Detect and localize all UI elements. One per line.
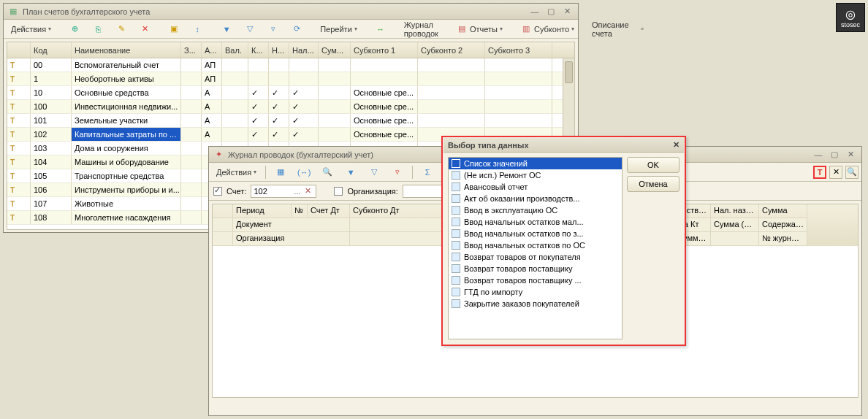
minimize-button[interactable]: — bbox=[528, 6, 541, 18]
ok-button[interactable]: OK bbox=[627, 157, 679, 173]
coa-column-header[interactable]: Вал. bbox=[222, 42, 248, 58]
journal-button[interactable]: Журнал проводок bbox=[400, 22, 443, 36]
coa-row[interactable]: T1Необоротные активыАП bbox=[7, 72, 574, 86]
coa-titlebar: ▦ План счетов бухгалтерского учета — ▢ ✕ bbox=[4, 4, 578, 20]
org-label: Организация: bbox=[347, 187, 397, 196]
list-item-icon bbox=[452, 218, 460, 226]
filter2-button[interactable]: ▽ bbox=[240, 22, 260, 36]
journal-column-header[interactable] bbox=[213, 204, 233, 218]
coa-column-header[interactable]: Код bbox=[31, 42, 72, 58]
org-checkbox[interactable] bbox=[334, 187, 343, 196]
coa-row[interactable]: T101Земельные участкиА✓✓✓Основные сре... bbox=[7, 114, 574, 128]
type-list-item[interactable]: Акт об оказании производств... bbox=[449, 193, 622, 204]
close-button[interactable]: ✕ bbox=[560, 6, 574, 18]
description-button[interactable]: Описание счета bbox=[587, 22, 633, 36]
search-button[interactable]: 🔍 bbox=[845, 166, 859, 179]
type-list-item[interactable]: Возврат товаров от покупателя bbox=[449, 251, 622, 263]
journal-column-header[interactable]: Документ bbox=[233, 218, 350, 232]
coa-column-header[interactable]: Субконто 1 bbox=[351, 42, 418, 58]
coa-column-header[interactable]: Субконто 3 bbox=[485, 42, 552, 58]
type-list-item[interactable]: Список значений bbox=[449, 158, 622, 169]
journal-column-header[interactable] bbox=[711, 232, 759, 246]
account-clear-button[interactable]: ✕ bbox=[302, 186, 313, 196]
toolbar-overflow[interactable]: » bbox=[636, 22, 648, 36]
add-copy-button[interactable]: ⎘ bbox=[88, 22, 108, 36]
type-filter-button[interactable]: T bbox=[813, 166, 826, 179]
journal-column-header[interactable]: Счет Дт bbox=[308, 204, 350, 218]
nav-back-button[interactable]: ↔ bbox=[370, 22, 391, 36]
account-label: Счет: bbox=[226, 187, 246, 196]
subkonto-menu[interactable]: ▥Субконто▾ bbox=[516, 22, 579, 36]
clear-filter-button[interactable]: ✕ bbox=[829, 166, 842, 179]
maximize-button[interactable]: ▢ bbox=[544, 6, 557, 18]
journal-column-header[interactable] bbox=[213, 218, 233, 232]
j-filter-button[interactable]: ▼ bbox=[340, 165, 361, 180]
type-list-item[interactable]: Ввод начальных остатков по ОС bbox=[449, 239, 622, 251]
coa-column-header[interactable]: К... bbox=[248, 42, 269, 58]
filter-button[interactable]: ▼ bbox=[216, 22, 237, 36]
goto-menu[interactable]: Перейти▾ bbox=[316, 22, 362, 36]
type-list-item[interactable]: Закрытие заказов покупателей bbox=[449, 298, 622, 310]
j-sum-button[interactable]: Σ bbox=[417, 165, 438, 180]
hierarchy-button[interactable]: ▣ bbox=[164, 22, 184, 36]
dialog-title: Выбор типа данных bbox=[448, 141, 529, 150]
journal-window-icon: ✦ bbox=[213, 150, 224, 160]
list-item-label: Ввод в эксплуатацию ОС bbox=[464, 206, 557, 215]
cancel-button[interactable]: Отмена bbox=[627, 176, 679, 192]
j-filter2-button[interactable]: ▽ bbox=[364, 165, 384, 180]
delete-button[interactable]: ✕ bbox=[134, 22, 155, 36]
j-find-button[interactable]: 🔍 bbox=[317, 165, 338, 180]
account-input[interactable]: 102 ... ✕ bbox=[251, 185, 316, 198]
coa-row[interactable]: T10Основные средстваА✓✓✓Основные сре... bbox=[7, 86, 574, 100]
journal-column-header[interactable] bbox=[213, 232, 233, 246]
filter-off-button[interactable]: ▿ bbox=[263, 22, 283, 36]
j-interval-button[interactable]: (↔) bbox=[294, 165, 314, 180]
type-list-item[interactable]: (Не исп.) Ремонт ОС bbox=[449, 169, 622, 181]
type-list-item[interactable]: ГТД по импорту bbox=[449, 286, 622, 298]
reports-menu[interactable]: ▤Отчеты▾ bbox=[452, 22, 507, 36]
dialog-close-button[interactable]: ✕ bbox=[673, 140, 679, 150]
edit-button[interactable]: ✎ bbox=[111, 22, 132, 36]
coa-column-header[interactable]: Субконто 2 bbox=[418, 42, 485, 58]
journal-column-header[interactable]: № bbox=[292, 204, 308, 218]
type-list-item[interactable]: Ввод начальных остатков по з... bbox=[449, 228, 622, 239]
actions-menu[interactable]: Действия▾ bbox=[7, 22, 56, 36]
type-list-item[interactable]: Возврат товаров поставщику bbox=[449, 263, 622, 274]
journal-column-header[interactable]: Сумма (н/у) Кт bbox=[711, 218, 759, 232]
coa-column-header[interactable]: Нал... bbox=[289, 42, 319, 58]
type-list-item[interactable]: Ввод начальных остатков мал... bbox=[449, 216, 622, 228]
coa-column-header[interactable]: Наименование bbox=[72, 42, 181, 58]
journal-column-header[interactable]: Период bbox=[233, 204, 292, 218]
move-button[interactable]: ↕ bbox=[187, 22, 208, 36]
coa-column-header[interactable]: Сум... bbox=[319, 42, 351, 58]
add-button[interactable]: ⊕ bbox=[64, 22, 85, 36]
journal-column-header[interactable]: Содержание bbox=[759, 218, 807, 232]
coa-row[interactable]: T00Вспомогательный счетАП bbox=[7, 58, 574, 72]
account-select-button[interactable]: ... bbox=[292, 187, 302, 196]
type-list-item[interactable]: Возврат товаров поставщику ... bbox=[449, 274, 622, 286]
refresh-button[interactable]: ⟳ bbox=[286, 22, 307, 36]
j-filter-off-button[interactable]: ▿ bbox=[387, 165, 408, 180]
coa-grid-header: КодНаименованиеЗ...А...Вал.К...Н...Нал..… bbox=[7, 42, 574, 58]
journal-close-button[interactable]: ✕ bbox=[844, 149, 857, 161]
journal-actions-menu[interactable]: Действия▾ bbox=[212, 165, 261, 180]
type-list-item[interactable]: Ввод в эксплуатацию ОС bbox=[449, 204, 622, 216]
journal-column-header[interactable]: № журнала bbox=[759, 232, 807, 246]
list-item-label: Список значений bbox=[464, 159, 528, 168]
coa-column-header[interactable]: Н... bbox=[269, 42, 289, 58]
type-listbox[interactable]: Список значений(Не исп.) Ремонт ОСАвансо… bbox=[448, 157, 623, 339]
coa-column-header[interactable]: А... bbox=[202, 42, 222, 58]
coa-column-header[interactable] bbox=[7, 42, 31, 58]
journal-column-header[interactable]: Сумма bbox=[759, 204, 807, 218]
list-item-icon bbox=[452, 253, 460, 261]
coa-column-header[interactable]: З... bbox=[181, 42, 202, 58]
journal-maximize-button[interactable]: ▢ bbox=[828, 149, 841, 161]
journal-column-header[interactable]: Организация bbox=[233, 232, 350, 246]
journal-column-header[interactable]: Нал. назн... bbox=[711, 204, 759, 218]
coa-row[interactable]: T100Инвестиционная недвижи...А✓✓✓Основны… bbox=[7, 100, 574, 114]
journal-minimize-button[interactable]: — bbox=[812, 149, 825, 161]
account-checkbox[interactable] bbox=[213, 187, 222, 196]
type-list-item[interactable]: Авансовый отчет bbox=[449, 181, 622, 193]
list-item-icon bbox=[452, 229, 460, 238]
j-arrange-button[interactable]: ▦ bbox=[270, 165, 291, 180]
